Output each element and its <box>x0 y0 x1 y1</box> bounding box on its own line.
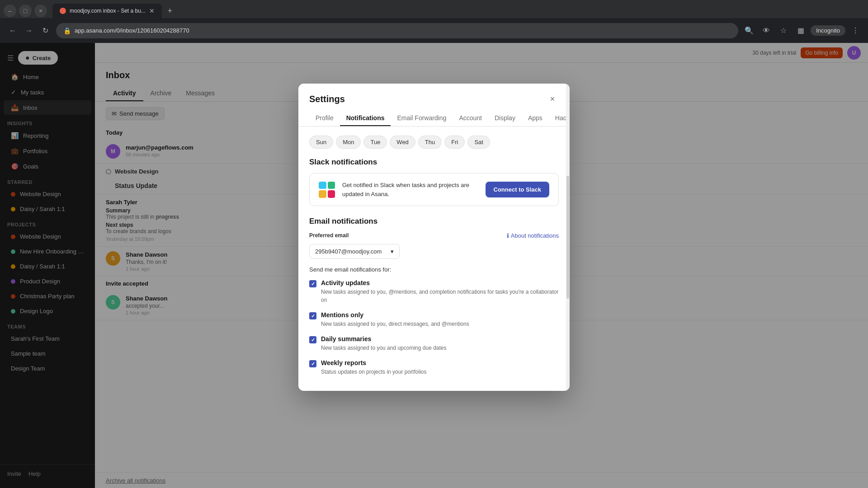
email-value: 295b9407@moodjoy.com <box>315 248 382 255</box>
slack-logo-tl <box>319 182 326 189</box>
preferred-email-label: Preferred email <box>309 232 349 239</box>
dropdown-chevron-icon: ▾ <box>391 248 394 255</box>
weekly-desc: Status updates on projects in your portf… <box>321 368 426 376</box>
daily-desc: New tasks assigned to you and upcoming d… <box>321 344 447 352</box>
weekly-checkbox[interactable]: ✓ <box>309 360 316 367</box>
tab-display[interactable]: Display <box>488 111 522 126</box>
activity-checkbox[interactable]: ✓ <box>309 280 316 287</box>
browser-toolbar: ← → ↻ 🔒 app.asana.com/0/inbox/1206160204… <box>0 18 868 43</box>
settings-body: Sun Mon Tue Wed Thu Fri Sat Slack notifi… <box>298 127 570 391</box>
send-me-label: Send me email notifications for: <box>309 266 559 273</box>
info-icon: ℹ <box>507 232 509 239</box>
day-sat[interactable]: Sat <box>467 136 490 149</box>
check-icon: ✓ <box>311 337 315 343</box>
tab-profile[interactable]: Profile <box>309 111 340 126</box>
weekly-content: Weekly reports Status updates on project… <box>321 359 426 376</box>
mentions-desc: New tasks assigned to you, direct messag… <box>321 320 469 328</box>
check-icon: ✓ <box>311 313 315 319</box>
incognito-button[interactable]: Incognito <box>811 25 845 36</box>
weekly-reports-item: ✓ Weekly reports Status updates on proje… <box>309 359 559 376</box>
day-sun[interactable]: Sun <box>309 136 333 149</box>
preferred-email-row: Preferred email ℹ About notifications <box>309 232 559 241</box>
slack-logo <box>319 182 335 198</box>
slack-section-title: Slack notifications <box>309 158 559 167</box>
activity-label: Activity updates <box>321 279 559 286</box>
refresh-button[interactable]: ↻ <box>38 23 52 38</box>
tab-bar: – □ × moodjoy.com inbox - Set a bu... ✕ … <box>0 0 868 18</box>
day-mon[interactable]: Mon <box>336 136 361 149</box>
check-icon: ✓ <box>311 281 315 287</box>
close-btn[interactable]: × <box>34 5 47 17</box>
address-bar[interactable]: 🔒 app.asana.com/0/inbox/1206160204288770 <box>56 23 738 38</box>
forward-button[interactable]: → <box>22 23 36 38</box>
day-fri[interactable]: Fri <box>444 136 465 149</box>
back-button[interactable]: ← <box>5 23 20 38</box>
mentions-checkbox[interactable]: ✓ <box>309 312 316 319</box>
tab-notifications[interactable]: Notifications <box>340 111 391 126</box>
email-section-title: Email notifications <box>309 217 377 226</box>
new-tab-button[interactable]: + <box>164 5 176 17</box>
star-button[interactable]: ☆ <box>776 23 791 38</box>
mentions-content: Mentions only New tasks assigned to you,… <box>321 311 469 328</box>
mentions-only-item: ✓ Mentions only New tasks assigned to yo… <box>309 311 559 328</box>
about-notifications-link[interactable]: ℹ About notifications <box>507 232 559 239</box>
url-text: app.asana.com/0/inbox/1206160204288770 <box>75 27 189 34</box>
slack-logo-bl <box>319 190 326 198</box>
scrollbar-thumb <box>566 176 569 299</box>
activity-desc: New tasks assigned to you, @mentions, an… <box>321 288 559 304</box>
window-controls: – □ × <box>4 5 47 17</box>
day-pills: Sun Mon Tue Wed Thu Fri Sat <box>309 136 559 149</box>
settings-tabs: Profile Notifications Email Forwarding A… <box>298 105 570 127</box>
slack-logo-br <box>328 190 335 198</box>
slack-logo-tr <box>328 182 335 189</box>
email-dropdown[interactable]: 295b9407@moodjoy.com ▾ <box>309 244 400 259</box>
daily-label: Daily summaries <box>321 335 447 343</box>
mentions-label: Mentions only <box>321 311 469 319</box>
connect-slack-button[interactable]: Connect to Slack <box>486 182 549 197</box>
toolbar-actions: 🔍 👁 ☆ ▦ Incognito ⋮ <box>742 23 863 38</box>
menu-button[interactable]: ⋮ <box>848 23 863 38</box>
modal-scrollbar[interactable] <box>566 84 570 391</box>
settings-header: Settings × <box>298 84 570 105</box>
browser-chrome: – □ × moodjoy.com inbox - Set a bu... ✕ … <box>0 0 868 43</box>
minimize-btn[interactable]: – <box>4 5 16 17</box>
tab-title: moodjoy.com inbox - Set a bu... <box>70 8 146 14</box>
day-thu[interactable]: Thu <box>418 136 442 149</box>
check-icon: ✓ <box>311 361 315 367</box>
daily-summaries-item: ✓ Daily summaries New tasks assigned to … <box>309 335 559 352</box>
maximize-btn[interactable]: □ <box>19 5 32 17</box>
active-tab[interactable]: moodjoy.com inbox - Set a bu... ✕ <box>52 4 162 18</box>
day-tue[interactable]: Tue <box>363 136 387 149</box>
activity-content: Activity updates New tasks assigned to y… <box>321 279 559 304</box>
weekly-label: Weekly reports <box>321 359 426 366</box>
settings-title: Settings <box>309 94 345 104</box>
tab-close-btn[interactable]: ✕ <box>149 7 155 14</box>
app-layout: ☰ ● Create 🏠 Home ✓ My tasks 📥 Inbox Ins… <box>0 43 868 488</box>
sidebar-button[interactable]: ▦ <box>793 23 808 38</box>
daily-checkbox[interactable]: ✓ <box>309 336 316 343</box>
email-notifications-header: Email notifications <box>309 217 559 226</box>
settings-modal: Settings × Profile Notifications Email F… <box>298 84 570 391</box>
daily-content: Daily summaries New tasks assigned to yo… <box>321 335 447 352</box>
tab-apps[interactable]: Apps <box>522 111 549 126</box>
tab-favicon <box>60 8 66 14</box>
nav-controls: ← → ↻ <box>5 23 52 38</box>
modal-overlay[interactable]: Settings × Profile Notifications Email F… <box>0 43 868 488</box>
slack-description: Get notified in Slack when tasks and pro… <box>342 181 478 198</box>
day-wed[interactable]: Wed <box>390 136 415 149</box>
search-button[interactable]: 🔍 <box>742 23 756 38</box>
slack-box: Get notified in Slack when tasks and pro… <box>309 173 559 206</box>
settings-close-button[interactable]: × <box>546 93 559 105</box>
tab-email-forwarding[interactable]: Email Forwarding <box>391 111 453 126</box>
tab-account[interactable]: Account <box>453 111 488 126</box>
activity-updates-item: ✓ Activity updates New tasks assigned to… <box>309 279 559 304</box>
incognito-label: Incognito <box>816 27 840 34</box>
eye-button[interactable]: 👁 <box>759 23 774 38</box>
